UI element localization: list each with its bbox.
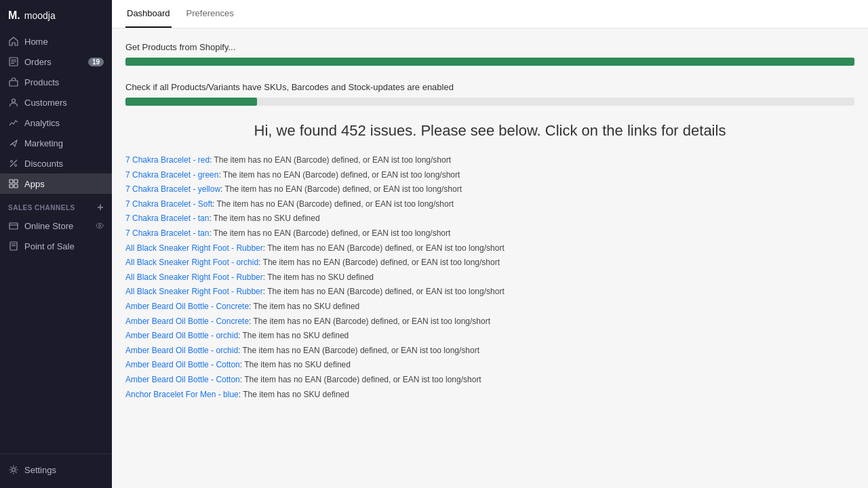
issue-list-item: Amber Beard Oil Bottle - orchid: The ite… bbox=[125, 329, 854, 344]
issue-message: : The item has no EAN (Barcode) defined,… bbox=[212, 199, 454, 209]
issue-list-item: 7 Chakra Bracelet - tan: The item has no… bbox=[125, 226, 854, 241]
issue-link[interactable]: All Black Sneaker Right Foot - Rubber bbox=[125, 287, 263, 296]
issue-link[interactable]: Amber Beard Oil Bottle - orchid bbox=[125, 331, 238, 340]
sidebar-apps-label: Apps bbox=[24, 179, 45, 189]
svg-point-20 bbox=[12, 468, 16, 472]
tab-dashboard[interactable]: Dashboard bbox=[125, 0, 172, 28]
issue-link[interactable]: 7 Chakra Bracelet - red bbox=[125, 155, 210, 165]
svg-rect-4 bbox=[9, 81, 18, 86]
issue-message: : The item has no SKU defined bbox=[240, 360, 351, 369]
sidebar-item-settings[interactable]: Settings bbox=[0, 460, 112, 480]
svg-point-16 bbox=[99, 225, 101, 227]
issue-link[interactable]: 7 Chakra Bracelet - tan bbox=[125, 214, 209, 223]
svg-rect-11 bbox=[9, 184, 13, 188]
issue-list-item: Amber Beard Oil Bottle - Cotton: The ite… bbox=[125, 358, 854, 373]
svg-rect-10 bbox=[14, 180, 18, 183]
issue-list-item: 7 Chakra Bracelet - red: The item has no… bbox=[125, 153, 854, 168]
sidebar-item-orders[interactable]: Orders 19 bbox=[0, 52, 112, 72]
issue-link[interactable]: Amber Beard Oil Bottle - Concrete bbox=[125, 302, 249, 311]
progress-label-1: Get Products from Shopify... bbox=[125, 42, 854, 52]
issue-message: : The item has no EAN (Barcode) defined,… bbox=[258, 258, 500, 267]
sidebar-nav: Home Orders 19 Product bbox=[0, 28, 112, 453]
sidebar-item-customers[interactable]: Customers bbox=[0, 92, 112, 113]
sidebar-products-label: Products bbox=[24, 77, 59, 87]
customers-icon bbox=[8, 97, 19, 108]
sidebar-item-online-store[interactable]: Online Store bbox=[0, 216, 112, 236]
sidebar-item-pos[interactable]: Point of Sale bbox=[0, 236, 112, 256]
sidebar-item-home[interactable]: Home bbox=[0, 31, 112, 52]
issue-message: : The item has no EAN (Barcode) defined,… bbox=[220, 184, 462, 194]
apps-icon bbox=[8, 178, 19, 189]
online-store-eye-icon[interactable] bbox=[96, 222, 104, 229]
issue-link[interactable]: Amber Beard Oil Bottle - Cotton bbox=[125, 375, 240, 384]
issue-link[interactable]: 7 Chakra Bracelet - Soft bbox=[125, 199, 212, 209]
issue-list-item: Amber Beard Oil Bottle - Cotton: The ite… bbox=[125, 373, 854, 388]
svg-point-7 bbox=[15, 165, 17, 167]
discounts-icon bbox=[8, 158, 19, 169]
issue-list-item: 7 Chakra Bracelet - Soft: The item has n… bbox=[125, 197, 854, 212]
issue-link[interactable]: All Black Sneaker Right Foot - orchid bbox=[125, 258, 258, 267]
brand-logo[interactable]: M. moodja bbox=[0, 0, 112, 28]
issue-link[interactable]: All Black Sneaker Right Foot - Rubber bbox=[125, 243, 263, 253]
issue-message: : The item has no EAN (Barcode) defined,… bbox=[240, 375, 481, 384]
issue-message: : The item has no EAN (Barcode) defined,… bbox=[209, 228, 450, 238]
issue-list-item: Amber Beard Oil Bottle - Concrete: The i… bbox=[125, 314, 854, 329]
brand-logo-icon: M. bbox=[8, 9, 20, 22]
issue-message: : The item has no EAN (Barcode) defined,… bbox=[210, 155, 451, 165]
progress-bar-container-1 bbox=[125, 58, 854, 66]
issue-link[interactable]: Anchor Bracelet For Men - blue bbox=[125, 390, 239, 399]
issue-link[interactable]: Amber Beard Oil Bottle - orchid bbox=[125, 346, 238, 355]
issue-list-item: All Black Sneaker Right Foot - Rubber: T… bbox=[125, 285, 854, 300]
svg-point-5 bbox=[12, 99, 16, 102]
sidebar-item-analytics[interactable]: Analytics bbox=[0, 113, 112, 133]
issue-message: : The item has no SKU defined bbox=[209, 214, 319, 223]
sidebar-footer: Settings bbox=[0, 453, 112, 488]
issue-link[interactable]: Amber Beard Oil Bottle - Concrete bbox=[125, 317, 249, 326]
svg-rect-13 bbox=[9, 223, 18, 229]
analytics-icon bbox=[8, 117, 19, 128]
issue-message: : The item has no EAN (Barcode) defined,… bbox=[249, 317, 490, 326]
orders-icon bbox=[8, 56, 19, 67]
sidebar-item-discounts[interactable]: Discounts bbox=[0, 153, 112, 174]
topbar: Dashboard Preferences bbox=[112, 0, 868, 28]
settings-label: Settings bbox=[24, 465, 56, 475]
issue-message: : The item has no EAN (Barcode) defined,… bbox=[263, 243, 505, 253]
progress-bar-fill-2 bbox=[125, 98, 257, 106]
progress-bar-container-2 bbox=[125, 98, 854, 106]
progress-label-2: Check if all Products/Variants have SKUs… bbox=[125, 82, 854, 92]
home-icon bbox=[8, 36, 19, 47]
issue-list-item: All Black Sneaker Right Foot - Rubber: T… bbox=[125, 270, 854, 285]
orders-badge: 19 bbox=[88, 58, 104, 66]
brand-name: moodja bbox=[24, 10, 56, 21]
sidebar-customers-label: Customers bbox=[24, 98, 67, 108]
settings-icon bbox=[8, 464, 19, 475]
issue-link[interactable]: 7 Chakra Bracelet - yellow bbox=[125, 184, 220, 194]
tab-preferences[interactable]: Preferences bbox=[185, 0, 235, 28]
issue-link[interactable]: Amber Beard Oil Bottle - Cotton bbox=[125, 360, 240, 369]
issue-message: : The item has no SKU defined bbox=[249, 302, 359, 311]
issue-link[interactable]: All Black Sneaker Right Foot - Rubber bbox=[125, 272, 263, 282]
svg-rect-9 bbox=[9, 180, 13, 183]
issue-link[interactable]: 7 Chakra Bracelet - tan bbox=[125, 228, 209, 238]
sales-channels-header: SALES CHANNELS + bbox=[0, 194, 112, 216]
issues-list: 7 Chakra Bracelet - red: The item has no… bbox=[125, 153, 854, 402]
issues-header: Hi, we found 452 issues. Please see belo… bbox=[125, 122, 854, 140]
sidebar-analytics-label: Analytics bbox=[24, 118, 60, 128]
issue-list-item: 7 Chakra Bracelet - yellow: The item has… bbox=[125, 182, 854, 197]
sidebar-item-marketing[interactable]: Marketing bbox=[0, 133, 112, 153]
online-store-label: Online Store bbox=[24, 221, 73, 231]
issue-list-item: All Black Sneaker Right Foot - orchid: T… bbox=[125, 256, 854, 270]
pos-icon bbox=[8, 241, 19, 251]
issue-message: : The item has no EAN (Barcode) defined,… bbox=[218, 170, 460, 180]
sidebar-item-products[interactable]: Products bbox=[0, 72, 112, 92]
online-store-icon bbox=[8, 220, 19, 231]
issue-list-item: Amber Beard Oil Bottle - Concrete: The i… bbox=[125, 300, 854, 314]
issue-list-item: All Black Sneaker Right Foot - Rubber: T… bbox=[125, 241, 854, 256]
issue-list-item: 7 Chakra Bracelet - tan: The item has no… bbox=[125, 211, 854, 226]
sidebar-item-apps[interactable]: Apps bbox=[0, 174, 112, 194]
add-sales-channel-button[interactable]: + bbox=[97, 202, 104, 213]
issue-link[interactable]: 7 Chakra Bracelet - green bbox=[125, 170, 218, 180]
issue-list-item: 7 Chakra Bracelet - green: The item has … bbox=[125, 168, 854, 183]
sidebar-discounts-label: Discounts bbox=[24, 159, 63, 169]
issue-message: : The item has no SKU defined bbox=[263, 272, 374, 282]
